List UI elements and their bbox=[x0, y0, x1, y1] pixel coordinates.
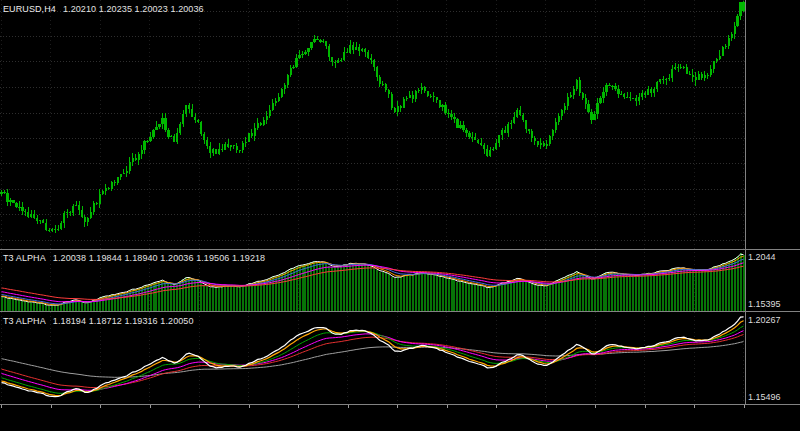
ohlc-values: 1.20210 1.20235 1.20023 1.20036 bbox=[63, 4, 204, 14]
t3-line-white bbox=[2, 317, 744, 397]
indicator1-axis-max: 1.2044 bbox=[748, 252, 776, 263]
indicator1-axis-min: 1.15395 bbox=[748, 299, 781, 310]
symbol-ohlc-label: EURUSD,H41.20210 1.20235 1.20023 1.20036 bbox=[3, 4, 204, 15]
symbol-timeframe-label: EURUSD,H4 bbox=[3, 4, 56, 14]
indicator2-values: 1.18194 1.18712 1.19316 1.20050 bbox=[53, 316, 194, 326]
price-axis[interactable]: 1.200361.195621.190801.185921.181021.176… bbox=[745, 0, 800, 405]
gridlines bbox=[0, 0, 745, 404]
mt4-chart-window: EURUSD,H41.20210 1.20235 1.20023 1.20036… bbox=[0, 0, 800, 431]
indicator2-name: T3 ALPHA bbox=[3, 316, 46, 326]
time-axis[interactable]: 2 Nov 20177 Nov 08:0010 Nov 00:0014 Nov … bbox=[0, 405, 800, 431]
chart-canvas[interactable] bbox=[0, 0, 800, 431]
indicator2-axis-max: 1.20267 bbox=[748, 315, 781, 326]
indicator1-label: T3 ALPHA1.20038 1.19844 1.18940 1.20036 … bbox=[3, 253, 265, 264]
t3-line-magenta bbox=[2, 331, 744, 391]
indicator1-name: T3 ALPHA bbox=[3, 253, 46, 263]
indicator1-values: 1.20038 1.19844 1.18940 1.20036 1.19506 … bbox=[53, 253, 265, 263]
indicator2-pane bbox=[2, 317, 744, 397]
indicator2-axis-min: 1.15496 bbox=[748, 392, 781, 403]
indicator2-label: T3 ALPHA1.18194 1.18712 1.19316 1.20050 bbox=[3, 316, 194, 327]
t3-line-gold bbox=[2, 321, 744, 396]
candles-layer bbox=[2, 1, 744, 233]
t3-line-red bbox=[2, 335, 744, 388]
